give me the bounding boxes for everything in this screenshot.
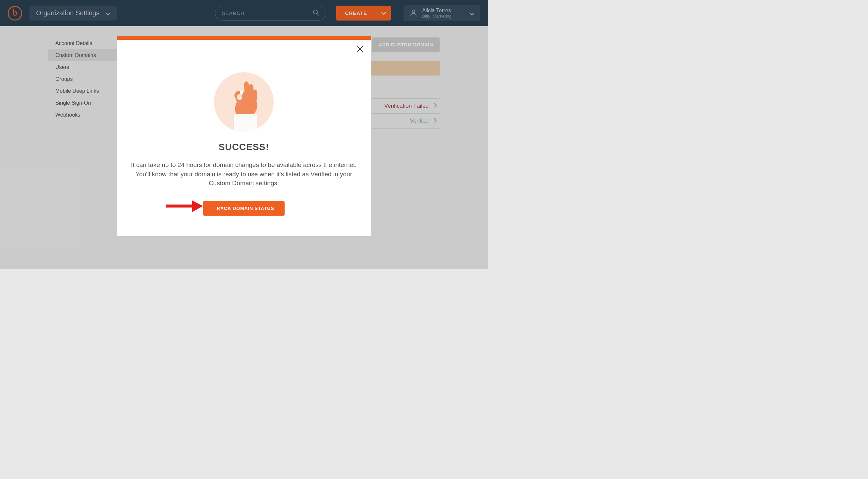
svg-point-7 (240, 91, 243, 95)
ok-hand-illustration (214, 72, 274, 132)
svg-rect-5 (234, 114, 257, 132)
track-domain-status-button[interactable]: TRACK DOMAIN STATUS (203, 201, 285, 216)
close-icon[interactable] (357, 46, 364, 54)
modal-overlay[interactable]: SUCCESS! It can take up to 24 hours for … (0, 0, 488, 269)
success-modal: SUCCESS! It can take up to 24 hours for … (117, 36, 371, 236)
modal-title: SUCCESS! (128, 142, 360, 152)
modal-body-text: It can take up to 24 hours for domain ch… (128, 160, 360, 188)
svg-point-6 (237, 94, 242, 100)
